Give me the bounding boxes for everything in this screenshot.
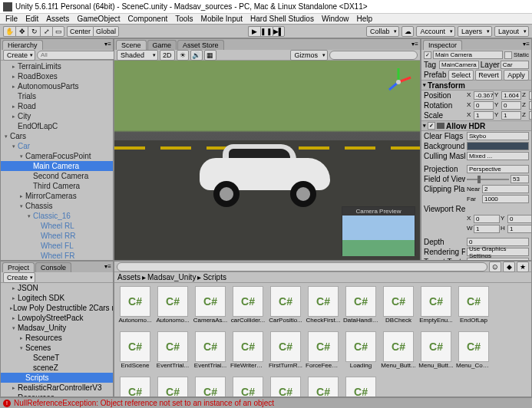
search-save-icon[interactable]: ★ [517,262,529,272]
tree-item[interactable]: ▸LowpolyStreetPack [1,313,113,323]
vp-x[interactable]: 0 [474,215,500,223]
search-type-icon[interactable]: ◆ [503,262,515,272]
asset-item[interactable]: C#Menu_Sav... [230,377,266,396]
asset-item[interactable]: C#Menu_Butt... [418,331,454,374]
menu-edit[interactable]: Edit [21,15,42,23]
play-button[interactable]: ▶ [248,26,260,37]
tree-item[interactable]: ▸City [1,111,113,121]
prefab-apply[interactable]: Apply [504,70,529,81]
camera-header[interactable]: ▾✓Allow HDR [421,120,531,131]
layer-dropdown[interactable]: Car [501,61,529,69]
asset-item[interactable]: C#CarPositio... [268,286,303,329]
menu-window[interactable]: Window [318,15,353,23]
scene-tab[interactable]: Scene [116,40,147,50]
breadcrumb-segment[interactable]: Scripts [203,273,226,281]
asset-item[interactable]: C#ObjectHan... [343,377,378,396]
near-field[interactable]: 2 [482,185,529,193]
scale-z[interactable]: 1 [529,111,531,120]
panel-menu-icon[interactable]: ▾≡ [104,263,111,270]
menu-mobile input[interactable]: Mobile Input [197,15,246,23]
scale-y[interactable]: 1 [501,111,521,120]
gizmos-dropdown[interactable]: Gizmos [290,50,328,61]
inspector-tab[interactable]: Inspector [423,40,462,50]
culling-dropdown[interactable]: Mixed ... [467,152,529,160]
tree-item[interactable]: ▸TerrainLimits [1,61,113,71]
rect-tool-icon[interactable]: ▭ [52,26,64,37]
pos-z[interactable]: -0.027 [529,91,531,100]
asset-item[interactable]: C#Autonomo... [117,286,153,329]
orientation-gizmo[interactable] [383,67,414,97]
console-tab[interactable]: Console [35,262,71,272]
tree-item[interactable]: Second Camera [1,171,113,181]
asset-item[interactable]: C#ForceFeedb... [306,331,341,374]
scene-viewport[interactable]: Camera Preview [114,61,420,260]
transform-header[interactable]: ▾Transform [421,80,531,90]
asset-store-tab[interactable]: Asset Store [177,40,224,50]
collab-dropdown[interactable]: Collab [366,26,400,37]
light-toggle-icon[interactable]: ☀ [177,50,189,61]
step-button[interactable]: ▶▌ [273,26,285,37]
account-dropdown[interactable]: Account [416,26,455,37]
asset-item[interactable]: C#EndScene [117,331,153,374]
panel-menu-icon[interactable]: ▾≡ [523,41,530,48]
menu-help[interactable]: Help [352,15,376,23]
project-tab[interactable]: Project [2,262,35,272]
tree-item[interactable]: Wheel RR [1,231,113,241]
menu-hard shell studios[interactable]: Hard Shell Studios [246,15,318,23]
hierarchy-tab[interactable]: Hierarchy [2,40,43,50]
asset-item[interactable]: C#Menu_Info [117,377,153,396]
audio-toggle-icon[interactable]: 🔊 [190,50,203,61]
car-model[interactable] [200,144,330,213]
renderpath-dropdown[interactable]: Use Graphics Settings [467,248,529,256]
tree-item[interactable]: ▾CameraFocusPoint [1,151,113,161]
pos-x[interactable]: -0.367 [474,91,494,100]
game-tab[interactable]: Game [147,40,177,50]
background-color[interactable] [467,142,529,150]
menu-assets[interactable]: Assets [42,15,73,23]
tree-item[interactable]: ▸RealisticRarControllerV3 [1,383,113,393]
rot-y[interactable]: 0 [501,101,521,110]
fx-toggle-icon[interactable]: ▦ [204,50,216,61]
tree-item[interactable]: ▸RoadBoxes [1,71,113,81]
tree-item[interactable]: ▸Logitech SDK [1,293,113,303]
tree-item[interactable]: EndOfLapC [1,121,113,131]
tree-item[interactable]: SceneT [1,353,113,363]
asset-item[interactable]: C#EmptyEnu... [418,286,454,329]
prefab-select[interactable]: Select [448,70,474,81]
asset-item[interactable]: C#Autonomo... [155,286,190,329]
asset-item[interactable]: C#Menu_Conf... [456,331,491,374]
tree-item[interactable]: sceneZ [1,363,113,373]
pause-button[interactable]: ❚❚ [260,26,273,37]
asset-item[interactable]: C#DataHandli... [343,286,378,329]
cloud-icon[interactable]: ☁ [401,26,414,37]
layers-dropdown[interactable]: Layers [458,26,492,37]
2d-toggle[interactable]: 2D [160,50,175,61]
tree-item[interactable]: Wheel RL [1,221,113,231]
clearflags-dropdown[interactable]: Skybo [467,132,529,140]
rotate-tool-icon[interactable]: ↻ [28,26,40,37]
object-name-field[interactable]: Main Camera [433,51,503,59]
status-bar[interactable]: ! NullReferenceException: Object referen… [0,397,532,408]
shaded-dropdown[interactable]: Shaded [117,50,158,61]
tree-item[interactable]: ▾Car [1,141,113,151]
scale-x[interactable]: 1 [474,111,494,120]
tree-item[interactable]: ▸Road [1,101,113,111]
tree-item[interactable]: ▸AutonomousParts [1,81,113,91]
asset-item[interactable]: C#carCollider... [230,286,266,329]
tree-item[interactable]: Trials [1,91,113,101]
asset-item[interactable]: C#EndOfLap [456,286,491,329]
asset-item[interactable]: C#MenuHandl... [268,377,303,396]
tree-item[interactable]: ▸JSON [1,283,113,293]
asset-item[interactable]: C#Loading [343,331,378,374]
layout-dropdown[interactable]: Layout [494,26,529,37]
search-filter-icon[interactable]: ⊙ [489,262,501,272]
tree-item[interactable]: ▸Low Poly Destructible 2Cars no. 8 [1,303,113,313]
far-field[interactable]: 1000 [482,195,529,203]
asset-item[interactable]: C#EventTrial... [193,331,228,374]
tree-item[interactable]: ▾Madsav_Unity [1,323,113,333]
project-create-dropdown[interactable]: Create [3,272,35,283]
tree-item[interactable]: ▾Classic_16 [1,211,113,221]
scale-tool-icon[interactable]: ⤢ [40,26,52,37]
fov-field[interactable]: 53 [511,175,529,183]
hand-tool-icon[interactable]: ✋ [3,26,15,37]
